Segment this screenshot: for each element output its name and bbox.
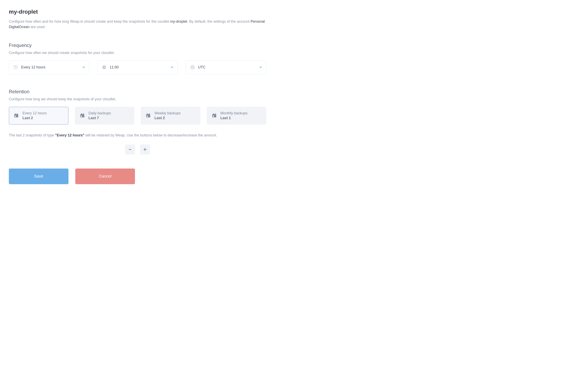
frequency-selects: Every 12 hours 11:00: [9, 60, 266, 74]
retention-card-label: Monthly backups: [220, 111, 248, 115]
plus-icon: [143, 148, 147, 152]
retention-desc: Configure how long we should keep the sn…: [9, 96, 266, 102]
chevron-down-icon: [82, 65, 85, 69]
frequency-desc: Configure how often we should create sna…: [9, 50, 266, 56]
svg-rect-9: [80, 114, 84, 115]
retention-card-label: Weekly backups: [154, 111, 181, 115]
history-icon: [13, 65, 19, 69]
retention-card-texts: Daily backupsLast 7: [88, 111, 111, 121]
svg-rect-15: [146, 115, 150, 117]
retention-card-texts: Monthly backupsLast 1: [220, 111, 248, 121]
time-select[interactable]: 11:00: [97, 60, 178, 74]
svg-rect-12: [81, 113, 82, 114]
svg-rect-21: [213, 116, 214, 117]
svg-rect-10: [80, 115, 84, 117]
timezone-label: UTC: [198, 65, 259, 70]
retention-note: The last 2 snapshots of type "Every 12 h…: [9, 133, 266, 138]
chevron-down-icon: [259, 65, 262, 69]
chevron-down-icon: [170, 65, 174, 69]
retention-card-texts: Every 12 hoursLast 2: [22, 111, 47, 121]
svg-rect-14: [146, 114, 150, 115]
retention-card-value: Last 1: [220, 115, 248, 120]
time-label: 11:00: [110, 65, 170, 70]
intro-mid: . By default, the settings of the accoun…: [187, 19, 251, 23]
increase-button[interactable]: [140, 144, 150, 154]
retention-note-post: will be retained by Weap. Use the button…: [84, 133, 217, 137]
interval-label: Every 12 hours: [21, 65, 82, 70]
interval-select[interactable]: Every 12 hours: [9, 60, 89, 74]
page-title: my-droplet: [9, 8, 266, 16]
calendar-icon: [14, 113, 19, 118]
intro-post: are used.: [29, 25, 46, 29]
intro-text: Configure how often and for how long Wea…: [9, 19, 266, 30]
svg-rect-7: [15, 113, 16, 114]
calendar-icon: [212, 113, 217, 118]
retention-stepper: [9, 144, 266, 154]
cancel-button[interactable]: Cancel: [75, 169, 135, 184]
svg-rect-17: [147, 113, 147, 114]
settings-panel: my-droplet Configure how often and for h…: [0, 0, 275, 192]
svg-rect-20: [212, 115, 216, 117]
svg-rect-6: [15, 116, 16, 117]
retention-heading: Retention: [9, 88, 266, 95]
retention-card-value: Last 2: [154, 115, 181, 120]
retention-card-value: Last 2: [22, 115, 47, 120]
minus-icon: [128, 148, 132, 152]
retention-card[interactable]: Daily backupsLast 7: [75, 107, 135, 125]
retention-card-label: Every 12 hours: [22, 111, 47, 115]
svg-rect-18: [149, 113, 149, 114]
retention-card-value: Last 7: [88, 115, 111, 120]
retention-card[interactable]: Monthly backupsLast 1: [207, 107, 267, 125]
calendar-icon: [146, 113, 151, 118]
svg-rect-8: [17, 113, 18, 114]
retention-note-type: "Every 12 hours": [55, 133, 84, 137]
retention-note-pre: The last 2 snapshots of type: [9, 133, 55, 137]
svg-rect-22: [213, 113, 213, 114]
svg-rect-23: [215, 113, 215, 114]
clock-icon: [101, 65, 107, 69]
retention-cards: Every 12 hoursLast 2Daily backupsLast 7W…: [9, 107, 266, 125]
timezone-select[interactable]: UTC: [186, 60, 266, 74]
intro-pre: Configure how often and for how long Wea…: [9, 19, 170, 23]
actions-row: Save Cancel: [9, 169, 266, 184]
save-button[interactable]: Save: [9, 169, 68, 184]
calendar-icon: [80, 113, 85, 118]
svg-rect-19: [212, 114, 216, 115]
retention-card[interactable]: Every 12 hoursLast 2: [9, 107, 68, 125]
svg-rect-16: [147, 116, 148, 117]
retention-card-texts: Weekly backupsLast 2: [154, 111, 181, 121]
retention-card[interactable]: Weekly backupsLast 2: [141, 107, 200, 125]
globe-icon: [189, 65, 196, 69]
frequency-heading: Frequency: [9, 42, 266, 49]
svg-rect-4: [14, 114, 18, 115]
decrease-button[interactable]: [125, 144, 135, 154]
intro-cloudlet: my-droplet: [170, 19, 187, 23]
svg-rect-11: [81, 116, 82, 117]
retention-card-label: Daily backups: [88, 111, 111, 115]
svg-rect-5: [14, 115, 18, 117]
svg-rect-13: [83, 113, 84, 114]
